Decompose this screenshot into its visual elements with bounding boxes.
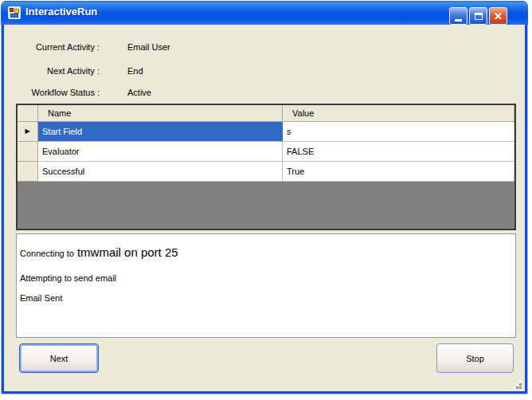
log-line-attempting: Attempting to send email — [20, 273, 116, 283]
row-header[interactable] — [18, 142, 38, 162]
current-row-arrow-icon: ▶ — [25, 128, 29, 135]
next-activity-value: End — [127, 66, 143, 76]
maximize-button[interactable] — [469, 7, 487, 25]
close-button[interactable]: ✕ — [489, 7, 507, 25]
next-activity-row: Next Activity : End — [4, 66, 525, 79]
next-button[interactable]: Next — [19, 343, 99, 373]
workflow-status-label: Workflow Status : — [4, 88, 100, 97]
title-bar[interactable]: InteractiveRun ✕ — [1, 1, 528, 25]
app-window: InteractiveRun ✕ Current Activity : Emai… — [1, 1, 528, 394]
workflow-status-row: Workflow Status : Active — [4, 88, 525, 100]
app-icon-blue-square — [10, 14, 18, 18]
column-header-value[interactable]: Value — [283, 105, 514, 122]
parameters-grid: Name Value ▶ Start Field s Evaluator FAL… — [16, 104, 516, 230]
grid-corner-header[interactable] — [18, 105, 38, 122]
cell-value-evaluator[interactable]: FALSE — [283, 142, 514, 162]
log-output-textbox[interactable]: Connecting totmwmail on port 25 Attempti… — [16, 233, 516, 338]
table-row: ▶ Start Field s — [18, 122, 514, 142]
stop-button[interactable]: Stop — [436, 343, 514, 373]
resize-grip[interactable] — [519, 386, 522, 389]
table-row: Evaluator FALSE — [18, 142, 514, 162]
minimize-button[interactable] — [449, 7, 467, 25]
grid-header-row: Name Value — [18, 105, 514, 122]
row-header[interactable] — [18, 162, 38, 182]
cell-name-successful[interactable]: Successful — [38, 162, 283, 182]
current-activity-row: Current Activity : Email User — [4, 42, 525, 55]
cell-value-start-field[interactable]: s — [283, 122, 514, 142]
close-icon: ✕ — [494, 11, 503, 22]
app-icon-red-square — [10, 8, 14, 12]
client-area: Current Activity : Email User Next Activ… — [4, 25, 525, 391]
current-activity-value: Email User — [127, 42, 170, 52]
log-line-connecting-prefix: Connecting to — [20, 249, 74, 258]
window-title: InteractiveRun — [25, 6, 97, 18]
column-header-name[interactable]: Name — [38, 105, 283, 122]
workflow-status-value: Active — [127, 88, 151, 97]
minimize-icon — [455, 19, 462, 22]
current-activity-label: Current Activity : — [4, 42, 100, 52]
log-line-connecting-detail: tmwmail on port 25 — [77, 245, 178, 259]
cell-value-successful[interactable]: True — [283, 162, 514, 182]
app-icon — [8, 6, 21, 19]
table-row: Successful True — [18, 162, 514, 182]
maximize-icon — [475, 13, 483, 20]
log-line-email-sent: Email Sent — [20, 293, 62, 303]
cell-name-evaluator[interactable]: Evaluator — [38, 142, 283, 162]
cell-name-start-field[interactable]: Start Field — [38, 122, 283, 142]
row-header-current[interactable]: ▶ — [18, 122, 38, 142]
next-activity-label: Next Activity : — [4, 66, 100, 76]
log-line-connecting: Connecting totmwmail on port 25 — [20, 245, 178, 259]
